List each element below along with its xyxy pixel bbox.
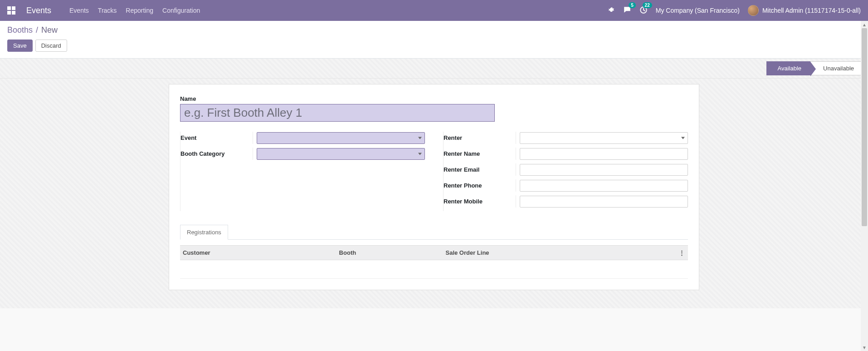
form-sheet: Name Event Booth Category	[169, 84, 699, 290]
activities-icon[interactable]: 22	[639, 6, 648, 15]
statusbar: Available Unavailable	[766, 61, 863, 75]
messaging-icon[interactable]: 5	[623, 6, 631, 15]
event-select[interactable]	[257, 132, 425, 144]
name-input[interactable]	[180, 104, 495, 122]
breadcrumb-sep: /	[36, 25, 38, 35]
nav-reporting[interactable]: Reporting	[126, 7, 153, 14]
control-panel: Booths / New Save Discard	[0, 21, 868, 59]
table-row[interactable]	[180, 260, 688, 279]
chevron-down-icon	[681, 137, 685, 139]
user-menu[interactable]: Mitchell Admin (11517174-15-0-all)	[748, 5, 861, 16]
debug-icon[interactable]	[608, 6, 615, 15]
form-columns: Event Booth Category	[180, 132, 688, 211]
event-label: Event	[180, 132, 253, 144]
scroll-up-icon[interactable]: ▲	[861, 21, 868, 28]
content-area: Name Event Booth Category	[0, 79, 868, 308]
renter-name-input[interactable]	[520, 148, 688, 160]
chevron-down-icon	[418, 153, 422, 155]
booth-category-select[interactable]	[257, 148, 425, 160]
statusbar-wrap: Available Unavailable	[0, 59, 868, 79]
th-sale-order-line[interactable]: Sale Order Line	[443, 246, 676, 260]
form-col-right: Renter Renter Name Renter Email	[443, 132, 688, 211]
discard-button[interactable]: Discard	[35, 40, 67, 52]
nav-configuration[interactable]: Configuration	[162, 7, 200, 14]
form-col-left: Event Booth Category	[180, 132, 425, 211]
tab-registrations[interactable]: Registrations	[180, 225, 228, 240]
top-nav: Events Events Tracks Reporting Configura…	[0, 0, 868, 21]
user-name: Mitchell Admin (11517174-15-0-all)	[762, 7, 861, 14]
renter-email-input[interactable]	[520, 164, 688, 176]
scrollbar[interactable]: ▲ ▼	[861, 21, 868, 308]
nav-tracks[interactable]: Tracks	[98, 7, 117, 14]
renter-phone-input[interactable]	[520, 180, 688, 192]
renter-label: Renter	[444, 132, 516, 144]
stage-available[interactable]: Available	[766, 61, 811, 75]
name-label: Name	[180, 95, 688, 102]
breadcrumb-current: New	[41, 25, 58, 35]
renter-email-label: Renter Email	[444, 163, 516, 176]
booth-category-label: Booth Category	[180, 148, 253, 160]
avatar	[748, 5, 759, 16]
th-booth[interactable]: Booth	[336, 246, 443, 260]
action-buttons: Save Discard	[7, 40, 861, 52]
th-options[interactable]: ⋮	[675, 246, 688, 260]
renter-select[interactable]	[520, 132, 688, 144]
notebook-tabs: Registrations	[180, 225, 688, 240]
th-customer[interactable]: Customer	[180, 246, 336, 260]
topnav-right: 5 22 My Company (San Francisco) Mitchell…	[608, 5, 861, 16]
renter-mobile-input[interactable]	[520, 196, 688, 208]
breadcrumb: Booths / New	[7, 25, 861, 35]
company-switcher[interactable]: My Company (San Francisco)	[656, 7, 740, 14]
breadcrumb-parent[interactable]: Booths	[7, 25, 33, 35]
activities-badge: 22	[643, 2, 652, 8]
messaging-badge: 5	[629, 2, 636, 8]
renter-phone-label: Renter Phone	[444, 179, 516, 192]
scroll-thumb[interactable]	[862, 28, 867, 226]
renter-mobile-label: Renter Mobile	[444, 195, 516, 208]
apps-icon[interactable]	[7, 6, 15, 15]
app-brand[interactable]: Events	[26, 6, 51, 15]
chevron-down-icon	[418, 137, 422, 139]
save-button[interactable]: Save	[7, 40, 33, 52]
stage-unavailable[interactable]: Unavailable	[810, 61, 863, 75]
registrations-table: Customer Booth Sale Order Line ⋮	[180, 245, 688, 279]
nav-events[interactable]: Events	[69, 7, 89, 14]
renter-name-label: Renter Name	[444, 148, 516, 160]
